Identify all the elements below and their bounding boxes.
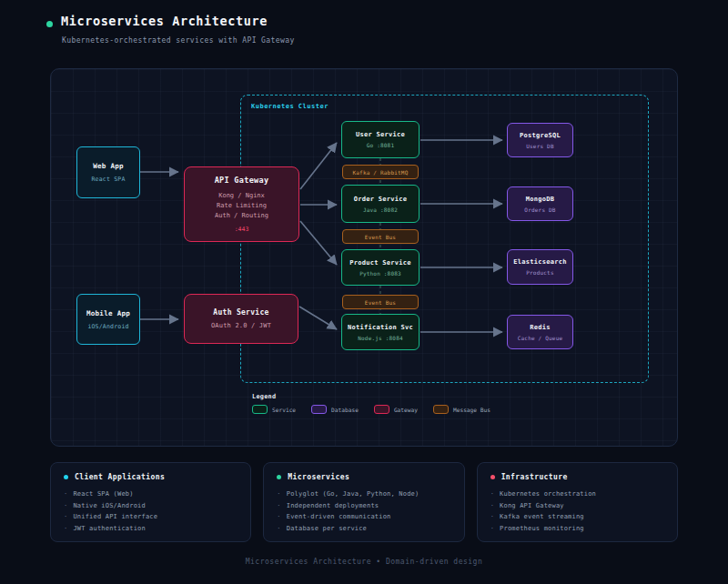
bus-label: Event Bus (365, 299, 396, 306)
legend-title: Legend (252, 393, 276, 400)
node-postgresql: PostgreSQL Users DB (507, 123, 573, 157)
node-subtitle: OAuth 2.0 / JWT (211, 322, 271, 329)
list-item: · Unified API interface (64, 511, 238, 523)
node-title: Redis (530, 324, 551, 331)
bullet-icon: · (490, 488, 494, 500)
bullet-icon: · (490, 511, 494, 523)
node-subtitle: React SPA (91, 176, 125, 183)
legend-item-service: Service (252, 405, 296, 414)
list-item-text: Kong API Gateway (500, 500, 564, 512)
card-client-applications: Client Applications · React SPA (Web) · … (50, 462, 251, 542)
node-subtitle: Python :8083 (359, 270, 401, 277)
node-title: Auth Service (213, 308, 268, 317)
list-item-text: Unified API interface (73, 511, 157, 523)
legend-label: Gateway (394, 407, 418, 413)
legend-item-gateway: Gateway (374, 405, 418, 414)
node-message-bus-event-2: Event Bus (342, 295, 419, 309)
node-title: Product Service (349, 259, 411, 267)
list-item-text: React SPA (Web) (73, 488, 133, 500)
gateway-port: :443 (235, 226, 249, 233)
node-subtitle: Cache / Queue (518, 335, 563, 341)
node-subtitle: Users DB (526, 143, 554, 149)
list-item: · Prometheus monitoring (490, 523, 664, 535)
list-item: · Independent deployments (277, 500, 450, 512)
list-item: · React SPA (Web) (64, 488, 238, 500)
page-title: Microservices Architecture (61, 14, 268, 28)
legend: Service Database Gateway Message Bus (252, 405, 490, 414)
list-item: · Kubernetes orchestration (490, 488, 664, 500)
node-subtitle: Java :8082 (363, 206, 398, 213)
node-mongodb: MongoDB Orders DB (507, 186, 573, 221)
node-notification-service: Notification Svc Node.js :8084 (341, 314, 420, 350)
header-accent-dot-icon (46, 21, 53, 27)
page-subtitle: Kubernetes-orchestrated services with AP… (62, 36, 295, 45)
node-title: User Service (356, 131, 405, 138)
list-item-text: Prometheus monitoring (500, 523, 584, 535)
bullet-icon: · (490, 500, 494, 512)
card-items: · React SPA (Web) · Native iOS/Android ·… (64, 488, 238, 534)
architecture-diagram: Kubernetes Cluster Web App React SPA Mob… (50, 68, 678, 447)
node-subtitle: Node.js :8084 (358, 335, 403, 341)
card-dot-icon (64, 475, 68, 479)
list-item: · Event-driven communication (277, 511, 450, 523)
card-infrastructure: Infrastructure · Kubernetes orchestratio… (477, 462, 678, 542)
bullet-icon: · (277, 511, 280, 523)
list-item-text: Polyglot (Go, Java, Python, Node) (287, 488, 420, 500)
list-item: · Kong API Gateway (490, 500, 664, 512)
kubernetes-cluster-label: Kubernetes Cluster (251, 103, 329, 110)
card-header: Client Applications (64, 473, 238, 481)
node-title: Order Service (354, 196, 408, 203)
gateway-feature: Auth / Routing (215, 212, 268, 219)
list-item: · Database per service (277, 523, 450, 535)
legend-label: Service (272, 407, 296, 413)
gateway-feature: Kong / Nginx (218, 192, 265, 199)
summary-cards: Client Applications · React SPA (Web) · … (50, 462, 678, 542)
list-item: · Kafka event streaming (490, 511, 664, 523)
footer-caption: Microservices Architecture • Domain-driv… (0, 558, 728, 566)
card-dot-icon (277, 475, 281, 479)
card-header: Microservices (277, 473, 450, 481)
legend-swatch-database (311, 405, 327, 414)
legend-swatch-message-bus (433, 405, 449, 414)
legend-item-message-bus: Message Bus (433, 405, 490, 414)
node-message-bus-kafka: Kafka / RabbitMQ (342, 165, 419, 179)
bus-label: Kafka / RabbitMQ (353, 169, 409, 176)
node-product-service: Product Service Python :8083 (341, 249, 420, 286)
node-order-service: Order Service Java :8082 (341, 185, 420, 223)
node-subtitle: Orders DB (524, 206, 555, 213)
card-title: Infrastructure (501, 473, 568, 481)
legend-swatch-gateway (374, 405, 389, 414)
card-items: · Polyglot (Go, Java, Python, Node) · In… (277, 488, 450, 534)
node-api-gateway: API Gateway Kong / Nginx Rate Limiting A… (184, 166, 299, 242)
node-title: PostgreSQL (520, 132, 561, 139)
kubernetes-cluster-boundary: Kubernetes Cluster (240, 95, 649, 383)
list-item-text: Independent deployments (287, 500, 379, 512)
legend-swatch-service (252, 405, 268, 414)
bus-label: Event Bus (365, 234, 396, 240)
bullet-icon: · (64, 523, 67, 535)
list-item: · Native iOS/Android (64, 500, 238, 512)
list-item: · Polyglot (Go, Java, Python, Node) (277, 488, 450, 500)
node-web-app: Web App React SPA (76, 146, 140, 198)
card-title: Microservices (288, 473, 349, 481)
node-elasticsearch: Elasticsearch Products (507, 249, 573, 285)
card-items: · Kubernetes orchestration · Kong API Ga… (490, 488, 664, 534)
gateway-feature: Rate Limiting (217, 202, 267, 209)
card-title: Client Applications (75, 473, 165, 481)
list-item: · JWT authentication (64, 523, 238, 535)
node-message-bus-event-1: Event Bus (342, 229, 419, 244)
legend-item-database: Database (311, 405, 359, 414)
bullet-icon: · (64, 488, 67, 500)
node-subtitle: Products (526, 269, 554, 276)
card-dot-icon (490, 475, 495, 479)
list-item-text: Native iOS/Android (73, 500, 145, 512)
card-header: Infrastructure (490, 473, 664, 481)
node-mobile-app: Mobile App iOS/Android (76, 294, 140, 345)
bullet-icon: · (277, 488, 280, 500)
legend-label: Message Bus (453, 407, 490, 413)
node-title: Notification Svc (348, 324, 413, 331)
legend-label: Database (331, 407, 359, 413)
list-item-text: Kafka event streaming (500, 511, 584, 523)
node-title: API Gateway (215, 176, 269, 185)
list-item-text: Event-driven communication (287, 511, 391, 523)
